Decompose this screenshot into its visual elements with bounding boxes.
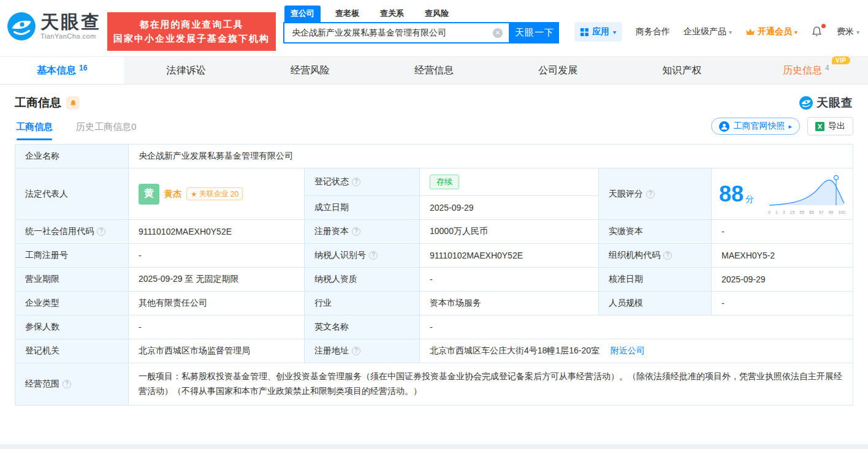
tab-label: 经营风险	[291, 64, 330, 77]
export-label: 导出	[828, 121, 845, 132]
reg-address-cell: 北京市西城区车公庄大街4号18幢1层16-20室 附近公司	[420, 339, 853, 363]
field-label: 人员规模	[599, 292, 712, 315]
search-tab-boss[interactable]: 查老板	[329, 6, 365, 22]
org-code-value: MAEXH0Y5-2	[712, 244, 853, 268]
tab-label: 经营信息	[414, 64, 454, 77]
search-tab-company[interactable]: 查公司	[284, 6, 321, 22]
vip-badge: VIP	[832, 56, 850, 64]
reg-authority-value: 北京市西城区市场监督管理局	[129, 339, 305, 363]
help-icon[interactable]: ?	[352, 178, 360, 186]
crown-icon	[745, 28, 755, 36]
field-label: 登记机关	[15, 339, 129, 363]
tab-business-risk[interactable]: 经营风险	[248, 57, 372, 84]
apps-menu[interactable]: 应用 ▾	[574, 22, 622, 42]
section-header: 工商信息 天眼查	[0, 85, 868, 115]
export-button[interactable]: 导出	[807, 117, 853, 135]
help-icon[interactable]: ?	[369, 251, 378, 260]
table-row: 工商注册号 - 纳税人识别号? 91110102MAEXH0Y52E 组织机构代…	[15, 244, 853, 268]
search-tab-relation[interactable]: 查关系	[374, 6, 410, 22]
help-icon[interactable]: ?	[63, 380, 71, 388]
clear-icon[interactable]: ✕	[493, 28, 503, 38]
nav-enterprise-products[interactable]: 企业级产品 ▾	[683, 26, 732, 37]
brand-name: 天眼查	[817, 95, 853, 111]
avatar[interactable]: 黄	[139, 184, 159, 205]
search-button[interactable]: 天眼一下	[510, 22, 559, 43]
bell-icon	[811, 26, 823, 37]
tianyancha-logo-icon	[6, 11, 37, 42]
subtab-row: 工商信息 历史工商信息0 工商官网快照 ▸ 导出	[0, 115, 868, 141]
page-bottom-strip	[0, 444, 868, 449]
tab-history-info[interactable]: 历史信息 4 VIP	[744, 57, 868, 84]
score-curve-icon	[768, 173, 845, 208]
related-companies-badge[interactable]: ★ 关联企业 20	[186, 187, 243, 200]
open-vip[interactable]: 开通会员 ▾	[745, 26, 798, 37]
help-icon[interactable]: ?	[646, 190, 655, 198]
subtab-business-registration[interactable]: 工商信息	[15, 118, 54, 141]
nav-cooperation[interactable]: 商务合作	[636, 26, 670, 37]
tab-business-info[interactable]: 经营信息	[372, 57, 496, 84]
tab-intellectual-property[interactable]: 知识产权	[620, 57, 744, 84]
tab-label: 公司发展	[538, 64, 577, 77]
grid-icon	[581, 28, 588, 36]
help-icon[interactable]: ?	[97, 227, 105, 236]
field-label: 工商注册号	[15, 244, 129, 268]
field-label: 英文名称	[305, 315, 420, 339]
table-actions: 工商官网快照 ▸ 导出	[711, 117, 853, 141]
search-input[interactable]	[291, 28, 493, 39]
tianyan-score: 88 分	[719, 183, 754, 205]
help-icon[interactable]: ?	[352, 227, 360, 236]
user-menu[interactable]: 费米 ▾	[837, 26, 859, 37]
subtab-history-registration[interactable]: 历史工商信息0	[75, 118, 137, 141]
business-term-value: 2025-09-29 至 无固定期限	[129, 268, 305, 292]
field-label: 登记状态?	[305, 168, 420, 196]
taxpayer-id-value: 91110102MAEXH0Y52E	[420, 244, 599, 268]
username: 费米	[837, 26, 854, 37]
notifications-bell[interactable]	[811, 26, 823, 38]
tab-legal-proceedings[interactable]: 法律诉讼	[124, 57, 248, 84]
tab-count: 4	[825, 64, 829, 72]
status-badge: 存续	[430, 175, 459, 189]
company-name-value: 央企战新产业发展私募基金管理有限公司	[129, 145, 853, 168]
nearby-companies-link[interactable]: 附近公司	[611, 345, 645, 355]
business-scope-value: 一般项目：私募股权投资基金管理、创业投资基金管理服务（须在中国证券投资基金业协会…	[129, 363, 853, 406]
field-label: 注册资本?	[305, 220, 420, 244]
tianyancha-logo[interactable]: 天眼查 TianYanCha.com	[6, 11, 101, 42]
search-area: 查公司 查老板 查关系 查风险 ✕ 天眼一下	[283, 6, 559, 43]
field-label: 天眼评分?	[599, 168, 712, 220]
tab-label: 知识产权	[663, 64, 702, 77]
main-tab-bar: 基本信息 16 法律诉讼 经营风险 经营信息 公司发展 知识产权 历史信息 4 …	[0, 56, 868, 85]
table-row: 登记机关 北京市西城区市场监督管理局 注册地址? 北京市西城区车公庄大街4号18…	[15, 339, 853, 363]
tab-company-development[interactable]: 公司发展	[496, 57, 620, 84]
score-chart: 01 315 5585 9799 100	[768, 173, 845, 214]
search-tab-risk[interactable]: 查风险	[419, 6, 455, 22]
approval-date-value: 2025-09-29	[712, 268, 853, 292]
subscribe-bell-button[interactable]	[66, 96, 80, 110]
tab-label: 法律诉讼	[166, 64, 205, 77]
search-input-box: ✕	[283, 22, 510, 43]
reg-status-cell: 存续	[420, 168, 599, 196]
help-icon[interactable]: ?	[663, 251, 672, 260]
top-nav: 应用 ▾ 商务合作 企业级产品 ▾ 开通会员 ▾	[574, 22, 859, 42]
slogan-line2: 国家中小企业发展子基金旗下机构	[113, 31, 270, 45]
legal-rep-link[interactable]: 黄杰	[164, 189, 181, 200]
score-axis: 01 315 5585 9799 100	[768, 210, 845, 214]
logo-subtitle: TianYanCha.com	[40, 32, 101, 40]
field-label: 注册地址?	[305, 339, 420, 363]
official-snapshot-button[interactable]: 工商官网快照 ▸	[711, 118, 800, 135]
field-label: 企业名称	[15, 145, 129, 168]
person-circle-icon	[719, 121, 729, 132]
chevron-down-icon: ▾	[856, 29, 859, 36]
tab-label: 基本信息	[37, 64, 76, 77]
tab-basic-info[interactable]: 基本信息 16	[0, 57, 124, 84]
reg-number-value: -	[129, 244, 305, 268]
tab-count: 16	[79, 64, 87, 72]
staff-size-value: -	[712, 292, 853, 315]
table-row: 参保人数 - 英文名称 -	[15, 315, 853, 339]
page: 天眼查 TianYanCha.com 都在用的商业查询工具 国家中小企业发展子基…	[0, 0, 868, 449]
insured-count-value: -	[129, 315, 305, 339]
help-icon[interactable]: ?	[352, 347, 360, 355]
reg-capital-value: 10000万人民币	[420, 220, 599, 244]
notification-dot	[821, 24, 826, 28]
medal-icon: ★	[191, 190, 197, 198]
business-info-table: 企业名称 央企战新产业发展私募基金管理有限公司 法定代表人 黄 黄杰 ★ 关联企…	[15, 144, 853, 406]
